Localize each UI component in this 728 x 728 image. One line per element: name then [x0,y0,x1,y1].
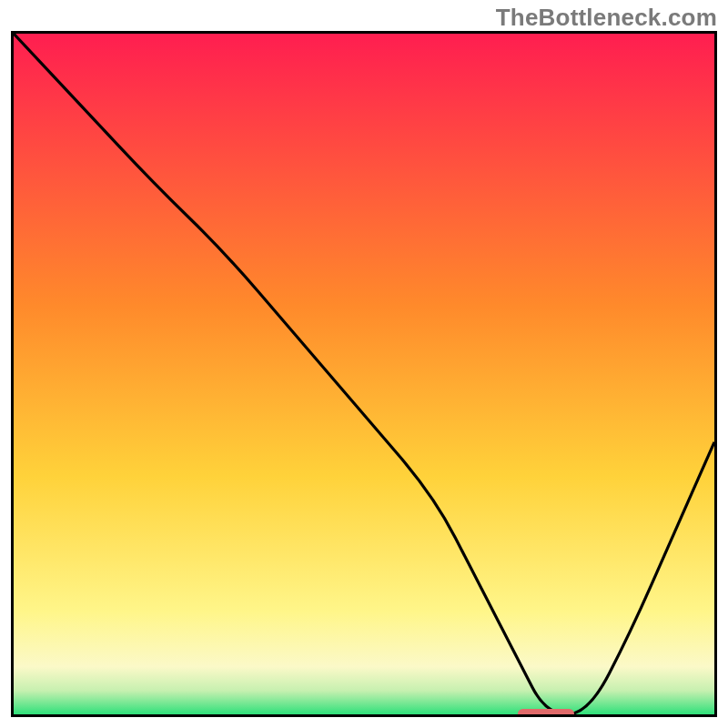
bottleneck-curve [14,34,714,714]
chart-plot-area [11,31,717,717]
optimal-range-marker [518,709,574,717]
watermark-text: TheBottleneck.com [496,4,717,32]
